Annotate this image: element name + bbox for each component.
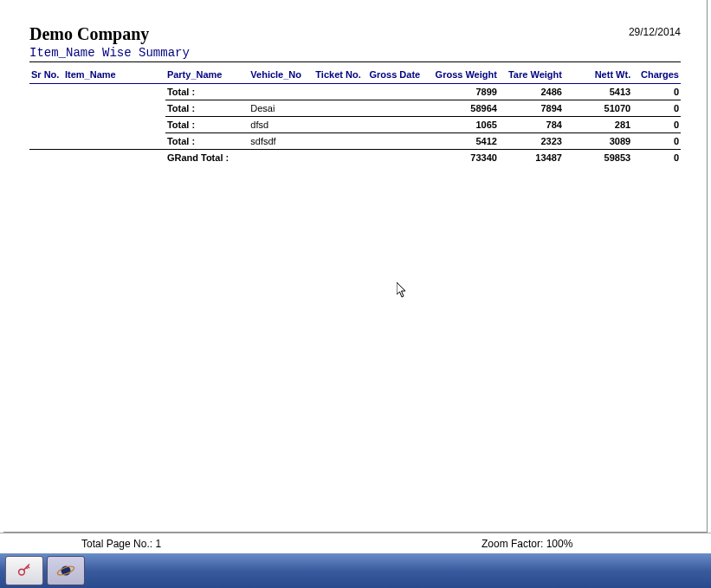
table-row: Total : Desai 58964 7894 51070 0 [29, 100, 681, 117]
table-header-row: Sr No. Item_Name Party_Name Vehicle_No T… [29, 66, 681, 84]
vehicle-cell: Desai [249, 100, 313, 117]
nett-wt-cell: 5413 [564, 84, 632, 100]
grand-charges: 0 [632, 150, 681, 166]
table-row: Total : 7899 2486 5413 0 [29, 84, 681, 100]
col-grossdate: Gross Date [367, 66, 429, 84]
gross-weight-cell: 5412 [429, 133, 499, 150]
vehicle-cell: dfsd [249, 117, 313, 133]
report-date: 29/12/2014 [629, 24, 681, 38]
table-row: Total : sdfsdf 5412 2323 3089 0 [29, 133, 681, 150]
col-vehicleno: Vehicle_No [249, 66, 313, 84]
taskbar [0, 553, 711, 588]
total-label: Total : [165, 100, 249, 117]
tare-weight-cell: 2486 [499, 84, 564, 100]
report-title: Item_Name Wise Summary [29, 46, 681, 62]
total-label: Total : [165, 133, 249, 150]
charges-cell: 0 [632, 117, 681, 133]
taskbar-app-button[interactable] [5, 556, 43, 585]
table-row: Total : dfsd 1065 784 281 0 [29, 117, 681, 133]
nett-wt-cell: 281 [564, 117, 632, 133]
charges-cell: 0 [632, 133, 681, 150]
company-name: Demo Company [29, 24, 149, 44]
grand-total-label: GRand Total : [165, 150, 249, 166]
charges-cell: 0 [632, 84, 681, 100]
col-itemname: Item_Name [63, 66, 165, 84]
total-label: Total : [165, 117, 249, 133]
report-header: Demo Company 29/12/2014 [29, 24, 681, 44]
nett-wt-cell: 3089 [564, 133, 632, 150]
key-icon [16, 563, 33, 578]
vehicle-cell [249, 84, 313, 100]
grand-gross-weight: 73340 [429, 150, 499, 166]
gross-weight-cell: 1065 [429, 117, 499, 133]
tare-weight-cell: 784 [499, 117, 564, 133]
total-label: Total : [165, 84, 249, 100]
col-charges: Charges [632, 66, 681, 84]
tare-weight-cell: 2323 [499, 133, 564, 150]
planet-icon [56, 561, 75, 580]
charges-cell: 0 [632, 100, 681, 117]
grand-tare-weight: 13487 [499, 150, 564, 166]
gross-weight-cell: 7899 [429, 84, 499, 100]
col-nettwt: Nett Wt. [564, 66, 632, 84]
report-table: Sr No. Item_Name Party_Name Vehicle_No T… [29, 66, 681, 165]
status-zoom-factor: Zoom Factor: 100% [482, 538, 572, 550]
report-page: Demo Company 29/12/2014 Item_Name Wise S… [3, 0, 708, 533]
taskbar-app-button[interactable] [47, 556, 85, 585]
col-grossweight: Gross Weight [429, 66, 499, 84]
status-bar: Total Page No.: 1 Zoom Factor: 100% [0, 533, 711, 553]
col-tareweight: Tare Weight [499, 66, 564, 84]
col-ticketno: Ticket No. [313, 66, 367, 84]
tare-weight-cell: 7894 [499, 100, 564, 117]
nett-wt-cell: 51070 [564, 100, 632, 117]
vehicle-cell: sdfsdf [249, 133, 313, 150]
gross-weight-cell: 58964 [429, 100, 499, 117]
col-partyname: Party_Name [165, 66, 249, 84]
grand-total-row: GRand Total : 73340 13487 59853 0 [29, 150, 681, 166]
status-page-count: Total Page No.: 1 [0, 538, 161, 550]
col-srno: Sr No. [29, 66, 63, 84]
grand-nett-wt: 59853 [564, 150, 632, 166]
